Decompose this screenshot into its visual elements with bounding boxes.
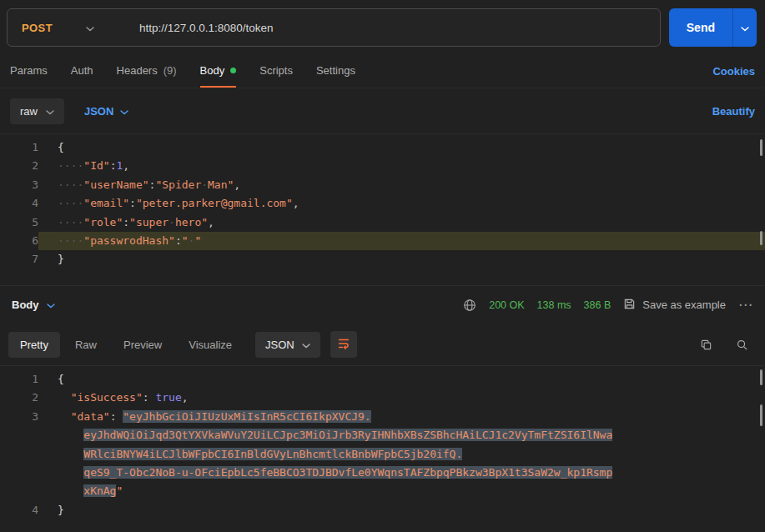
line-number: 1 — [0, 370, 38, 389]
code-text[interactable]: ····"Id":1, — [38, 157, 765, 175]
copy-icon[interactable] — [700, 339, 712, 351]
code-line[interactable]: 4····"email":"peter.parker@gmail.com", — [0, 194, 765, 213]
tab-params[interactable]: Params — [10, 55, 48, 88]
line-number: 5 — [0, 213, 38, 232]
code-line[interactable]: 1{ — [0, 138, 765, 157]
api-client-window: POST Send Params Auth Headers (9) Body — [0, 0, 765, 532]
body-language-label: JSON — [84, 105, 113, 118]
response-view-selector[interactable]: Body — [12, 299, 55, 311]
method-selector[interactable]: POST — [8, 22, 106, 34]
code-line[interactable]: 7} — [0, 250, 765, 269]
code-text[interactable]: qeS9_T-Obc2NoB-u-OFciEpbLc5feBBCO3TDJBDv… — [38, 464, 765, 482]
code-token: "peter.parker@gmail.com" — [136, 197, 293, 209]
code-token — [58, 429, 83, 441]
tab-settings[interactable]: Settings — [316, 55, 355, 88]
code-text[interactable]: eyJhdWQiOiJqd3QtYXVkaWVuY2UiLCJpc3MiOiJr… — [38, 426, 765, 444]
beautify-link[interactable]: Beautify — [712, 105, 755, 118]
response-size[interactable]: 386 B — [584, 299, 611, 311]
scrollbar-marker[interactable] — [760, 139, 762, 156]
response-meta: 200 OK 138 ms 386 B Save as example ⋯ — [463, 298, 753, 313]
tab-visualize[interactable]: Visualize — [177, 332, 244, 358]
code-token: "isSuccess" — [71, 391, 143, 404]
response-body-editor[interactable]: 1{2 "isSuccess": true,3 "data": "eyJhbGc… — [0, 365, 765, 532]
line-number: 4 — [0, 194, 38, 213]
code-line[interactable]: 4} — [0, 501, 765, 519]
response-format-selector[interactable]: JSON — [255, 332, 320, 358]
code-text[interactable]: { — [38, 138, 765, 157]
code-line[interactable]: qeS9_T-Obc2NoB-u-OFciEpbLc5feBBCO3TDJBDv… — [0, 464, 765, 482]
response-format-label: JSON — [265, 339, 294, 351]
line-number: 2 — [0, 389, 38, 407]
code-text[interactable]: { — [38, 370, 765, 389]
code-line[interactable]: WRlciBNYW4iLCJlbWFpbCI6InBldGVyLnBhcmtlc… — [0, 445, 765, 464]
wrap-lines-button[interactable] — [330, 331, 357, 358]
tab-scripts[interactable]: Scripts — [259, 55, 293, 88]
scrollbar-marker[interactable] — [760, 231, 762, 245]
code-line[interactable]: 2····"Id":1, — [0, 157, 765, 175]
code-token: xKnAg — [83, 484, 116, 497]
tab-preview[interactable]: Preview — [112, 332, 174, 358]
tab-body[interactable]: Body — [200, 55, 237, 88]
code-text[interactable]: ····"email":"peter.parker@gmail.com", — [38, 194, 765, 213]
code-text[interactable]: ····"userName":"Spider·Man", — [38, 176, 765, 194]
code-line[interactable]: 5····"role":"super·hero", — [0, 213, 765, 232]
code-token: "role" — [83, 216, 123, 228]
tab-auth[interactable]: Auth — [71, 55, 93, 88]
body-language-selector[interactable]: JSON — [84, 105, 128, 118]
tab-label: Scripts — [259, 64, 293, 77]
code-text[interactable]: } — [38, 250, 765, 269]
code-token: : — [110, 410, 123, 423]
code-text[interactable]: xKnAg" — [38, 482, 765, 500]
scrollbar-marker[interactable] — [760, 369, 762, 385]
save-icon — [623, 298, 636, 313]
scrollbar-marker[interactable] — [760, 404, 762, 426]
send-button-group: Send — [669, 8, 757, 47]
save-as-example-button[interactable]: Save as example — [623, 298, 726, 313]
code-token: ···· — [58, 197, 83, 209]
save-as-example-label: Save as example — [642, 299, 726, 311]
code-line[interactable]: 3 "data": "eyJhbGciOiJIUzUxMiIsInR5cCI6I… — [0, 408, 765, 426]
code-line[interactable]: 3····"userName":"Spider·Man", — [0, 176, 765, 194]
code-text[interactable]: } — [38, 501, 765, 519]
code-token: WRlciBNYW4iLCJlbWFpbCI6InBldGVyLnBhcmtlc… — [83, 448, 462, 460]
line-number: 6 — [0, 232, 38, 250]
code-token: ···· — [58, 216, 83, 228]
send-options-button[interactable] — [732, 8, 757, 47]
code-text[interactable]: ····"passwrodHash":"·" — [38, 232, 765, 250]
code-line[interactable]: 6····"passwrodHash":"·" — [0, 232, 765, 250]
code-token — [58, 410, 71, 423]
code-text[interactable]: WRlciBNYW4iLCJlbWFpbCI6InBldGVyLnBhcmtlc… — [38, 445, 765, 464]
more-options-button[interactable]: ⋯ — [738, 298, 753, 312]
code-token: , — [293, 197, 299, 209]
url-input[interactable] — [106, 22, 660, 34]
code-line[interactable]: 2 "isSuccess": true, — [0, 389, 765, 407]
line-number — [0, 445, 38, 464]
status-badge[interactable]: 200 OK — [489, 299, 524, 311]
code-line[interactable]: xKnAg" — [0, 482, 765, 500]
search-icon[interactable] — [736, 339, 748, 351]
body-mode-selector[interactable]: raw — [10, 98, 64, 124]
code-token: · — [169, 216, 175, 228]
code-line[interactable]: 1{ — [0, 370, 765, 389]
code-text[interactable]: "data": "eyJhbGciOiJIUzUxMiIsInR5cCI6Ikp… — [38, 408, 765, 426]
url-box: POST — [7, 8, 661, 47]
code-text[interactable]: ····"role":"super·hero", — [38, 213, 765, 232]
code-token: " — [194, 234, 201, 247]
request-body-editor[interactable]: 1{2····"Id":1,3····"userName":"Spider·Ma… — [0, 133, 765, 285]
cookies-link[interactable]: Cookies — [712, 65, 755, 78]
tab-headers[interactable]: Headers (9) — [117, 55, 177, 88]
response-time[interactable]: 138 ms — [537, 299, 571, 311]
code-token: ···· — [58, 234, 83, 247]
code-token — [58, 484, 83, 497]
network-globe-icon[interactable] — [463, 299, 476, 312]
tab-raw[interactable]: Raw — [63, 332, 108, 358]
code-token: "passwrodHash" — [83, 234, 175, 247]
code-token: hero" — [175, 216, 208, 228]
tab-pretty[interactable]: Pretty — [8, 332, 60, 358]
code-token: ···· — [58, 178, 83, 191]
send-button[interactable]: Send — [669, 8, 732, 47]
code-text[interactable]: "isSuccess": true, — [38, 389, 765, 407]
line-number: 1 — [0, 138, 38, 157]
code-line[interactable]: eyJhdWQiOiJqd3QtYXVkaWVuY2UiLCJpc3MiOiJr… — [0, 426, 765, 444]
code-token: "email" — [83, 197, 129, 209]
